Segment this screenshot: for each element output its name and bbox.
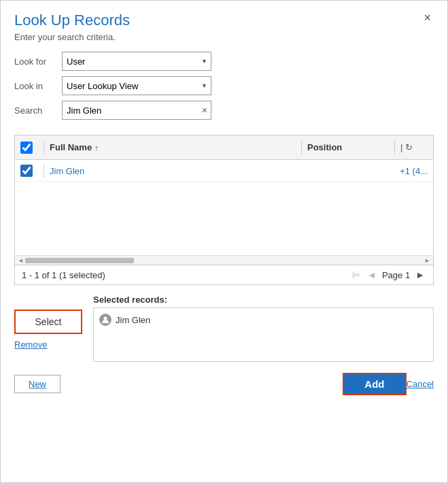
row-name[interactable]: Jim Glen <box>50 166 400 176</box>
lookup-dialog: Look Up Records × Enter your search crit… <box>0 0 448 483</box>
column-header-name[interactable]: Full Name ↑ <box>50 142 296 152</box>
look-in-label: Look in <box>14 81 62 91</box>
results-grid: Full Name ↑ Position | ↻ Jim Glen +1 (4.… <box>14 135 434 285</box>
row-extra[interactable]: +1 (4... <box>400 166 428 176</box>
look-in-select-wrapper[interactable]: User Lookup View <box>62 76 211 95</box>
first-page-button[interactable]: ⊨ <box>351 269 362 280</box>
dialog-subtitle: Enter your search criteria. <box>14 32 434 42</box>
new-button[interactable]: New <box>14 375 61 393</box>
scroll-left-icon[interactable]: ◄ <box>18 257 24 264</box>
dialog-header: Look Up Records × <box>14 12 434 29</box>
header-divider <box>44 141 44 154</box>
page-label: Page 1 <box>382 270 410 280</box>
column-header-position[interactable]: Position <box>307 142 389 152</box>
search-label: Search <box>14 105 62 116</box>
sort-arrow-icon: ↑ <box>94 144 99 152</box>
bottom-section: Select Remove Selected records: Jim Glen <box>14 295 434 362</box>
scroll-right-icon[interactable]: ► <box>424 257 430 264</box>
search-input[interactable] <box>63 101 199 119</box>
look-for-label: Look for <box>14 56 62 67</box>
selected-records-panel: Selected records: Jim Glen <box>93 295 434 362</box>
header-divider-2 <box>301 141 302 154</box>
cancel-button[interactable]: Cancel <box>407 379 434 389</box>
select-all-checkbox[interactable] <box>20 141 33 154</box>
look-for-row: Look for User <box>14 52 434 71</box>
search-clear-button[interactable]: × <box>199 105 211 115</box>
scrollbar-thumb[interactable] <box>25 258 134 263</box>
refresh-icon[interactable]: ↻ <box>405 142 413 152</box>
look-for-select-wrapper[interactable]: User <box>62 52 211 71</box>
pagination-controls: ⊨ ◄ Page 1 ► <box>351 269 426 280</box>
selected-records-label: Selected records: <box>93 295 434 305</box>
search-row: Search × <box>14 101 434 120</box>
grid-body: Jim Glen +1 (4... <box>15 160 433 255</box>
grid-header: Full Name ↑ Position | ↻ <box>15 135 433 160</box>
search-wrapper: × <box>62 101 211 120</box>
table-row: Jim Glen +1 (4... <box>15 160 433 182</box>
left-action-buttons: Select Remove <box>14 295 82 362</box>
grid-empty-space <box>15 182 433 244</box>
horizontal-scrollbar[interactable]: ◄ ► <box>15 255 433 265</box>
list-item: Jim Glen <box>99 312 428 327</box>
next-page-button[interactable]: ► <box>414 269 426 280</box>
selected-item-name: Jim Glen <box>116 315 150 325</box>
pagination-info: 1 - 1 of 1 (1 selected) <box>22 270 105 280</box>
prev-page-button[interactable]: ◄ <box>366 269 378 280</box>
close-button[interactable]: × <box>421 12 434 24</box>
look-in-select[interactable]: User Lookup View <box>62 76 211 95</box>
row-checkbox[interactable] <box>20 165 33 177</box>
look-in-row: Look in User Lookup View <box>14 76 434 95</box>
look-for-select[interactable]: User <box>62 52 211 71</box>
svg-point-0 <box>104 317 107 320</box>
footer-row: New Add Cancel <box>14 373 434 395</box>
user-icon <box>99 314 111 326</box>
dialog-title: Look Up Records <box>14 12 130 29</box>
pipe-icon: | <box>400 142 402 152</box>
grid-col-actions: | ↻ <box>400 142 428 152</box>
pagination-row: 1 - 1 of 1 (1 selected) ⊨ ◄ Page 1 ► <box>15 265 433 284</box>
header-divider-3 <box>394 141 395 154</box>
select-button[interactable]: Select <box>14 310 82 334</box>
selected-records-list: Jim Glen <box>93 307 434 362</box>
remove-button[interactable]: Remove <box>14 339 47 350</box>
add-button[interactable]: Add <box>343 373 406 395</box>
